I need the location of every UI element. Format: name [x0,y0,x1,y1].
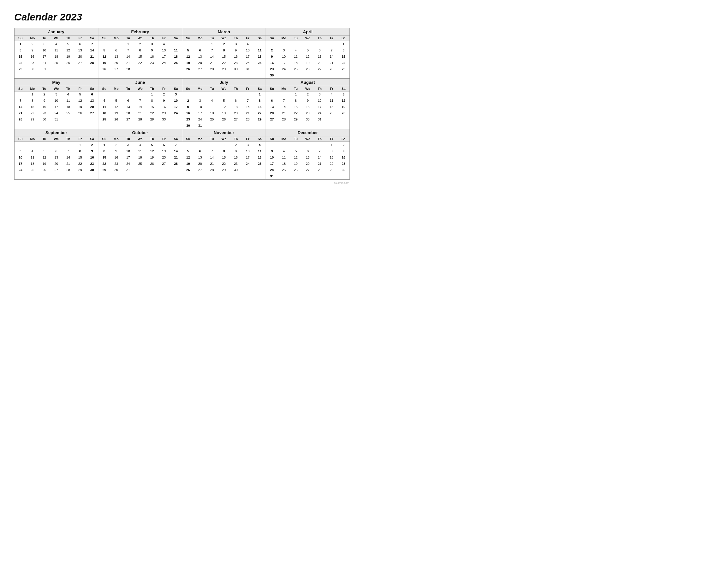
day-cell: 2 [158,91,170,98]
day-header-fr: Fr [158,86,170,92]
day-cell: 22 [26,110,38,116]
day-header-su: Su [266,136,278,142]
day-cell: 22 [146,110,158,116]
day-cell: 30 [230,167,242,173]
day-cell: 6 [110,47,122,53]
week-row: 6789101112 [266,98,349,104]
day-cell [170,167,182,173]
day-header-we: We [50,36,62,41]
day-header-th: Th [62,86,74,92]
day-cell: 17 [122,154,134,161]
day-cell: 8 [146,98,158,104]
day-cell: 24 [314,110,326,116]
day-cell: 26 [98,66,110,72]
calendar-grid: JanuarySuMoTuWeThFrSa1234567891011121314… [14,28,350,180]
day-cell: 5 [98,47,110,53]
day-header-tu: Tu [290,136,302,142]
day-header-sa: Sa [86,36,98,41]
day-header-th: Th [146,136,158,142]
month-table: SuMoTuWeThFrSa12345678910111213141516171… [266,136,349,179]
day-cell: 4 [290,47,302,53]
day-header-sa: Sa [254,86,266,92]
day-cell [170,41,182,47]
day-cell: 8 [326,148,338,154]
day-cell: 30 [338,167,349,173]
day-cell: 8 [98,148,110,154]
day-cell: 12 [110,104,122,110]
week-row: 19202122232425 [182,60,266,66]
week-row: 2728293031 [266,116,349,123]
day-cell: 16 [230,53,242,60]
day-cell: 14 [134,104,146,110]
month-title: February [98,28,182,36]
day-cell: 27 [302,167,314,173]
day-cell: 9 [338,148,349,154]
day-cell: 20 [230,110,242,116]
day-cell: 27 [158,161,170,167]
day-cell: 12 [302,53,314,60]
day-cell: 2 [302,91,314,98]
month-block-april: AprilSuMoTuWeThFrSa123456789101112131415… [266,28,350,79]
day-cell: 27 [122,116,134,123]
week-row: 3456789 [266,148,349,154]
day-cell [206,142,218,148]
week-row: 12 [15,142,98,148]
day-cell: 18 [254,53,266,60]
day-header-fr: Fr [74,86,86,92]
day-cell: 2 [266,47,278,53]
day-cell: 29 [146,116,158,123]
day-cell: 14 [62,154,74,161]
day-cell: 13 [266,104,278,110]
week-row: 3031 [182,123,266,129]
day-header-mo: Mo [194,86,206,92]
week-row: 891011121314 [15,47,98,53]
week-row: 262728293031 [182,66,266,72]
week-row: 9101112131415 [182,104,266,110]
day-cell [290,41,302,47]
week-row: 11121314151617 [98,104,182,110]
month-title: July [182,79,266,86]
day-cell: 20 [158,154,170,161]
day-cell: 25 [62,110,74,116]
day-cell: 28 [62,167,74,173]
day-cell: 4 [326,91,338,98]
week-row: 567891011 [182,47,266,53]
day-cell: 5 [62,41,74,47]
week-row: 19202122232425 [182,161,266,167]
day-cell: 15 [15,53,26,60]
month-title: December [266,129,349,136]
day-cell: 14 [206,53,218,60]
day-cell: 28 [278,116,290,123]
day-header-th: Th [314,36,326,41]
day-cell: 1 [146,91,158,98]
day-cell [254,41,266,47]
day-cell: 3 [242,142,254,148]
day-header-th: Th [146,36,158,41]
day-header-we: We [134,136,146,142]
day-cell: 31 [314,116,326,123]
day-cell [194,142,206,148]
day-cell: 10 [242,47,254,53]
day-cell [158,66,170,72]
week-row: 45678910 [98,98,182,104]
day-cell: 13 [110,53,122,60]
day-cell: 14 [206,154,218,161]
day-cell: 5 [290,148,302,154]
week-row: 16171819202122 [266,60,349,66]
day-cell [290,72,302,78]
day-header-sa: Sa [170,86,182,92]
week-row: 262728 [98,66,182,72]
day-cell: 5 [38,148,50,154]
day-cell: 17 [242,154,254,161]
week-row: 1 [182,91,266,98]
day-cell: 18 [62,104,74,110]
day-cell: 15 [326,154,338,161]
day-cell: 27 [194,66,206,72]
week-row: 2627282930 [182,167,266,173]
day-header-su: Su [15,86,26,92]
day-cell: 21 [15,110,26,116]
day-header-th: Th [314,136,326,142]
day-cell: 4 [134,142,146,148]
day-header-th: Th [314,86,326,92]
month-block-september: SeptemberSuMoTuWeThFrSa12345678910111213… [15,129,98,180]
